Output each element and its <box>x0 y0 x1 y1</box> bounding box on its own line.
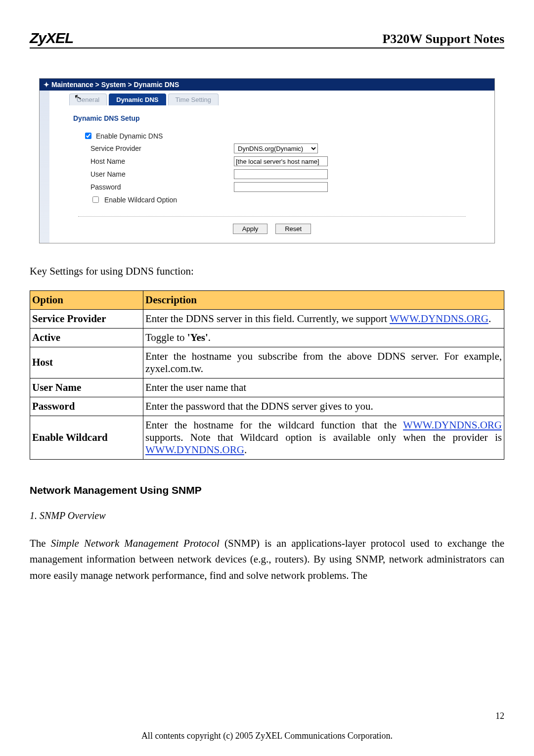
row-password: Password <box>90 182 486 192</box>
options-table: Option Description Service Provider Ente… <box>30 290 504 460</box>
cell-option: Password <box>30 397 143 416</box>
page-header: ZyXEL P320W Support Notes <box>30 30 504 48</box>
row-wildcard: Enable Wildcard Option <box>90 195 486 204</box>
breadcrumb-sep: > <box>95 81 101 89</box>
tab-dynamic-dns[interactable]: Dynamic DNS <box>109 94 166 105</box>
para-italic: Simple Network Management Protocol <box>51 537 220 549</box>
desc-text: supports. Note that Wildcard option is a… <box>145 431 502 443</box>
dyndns-link[interactable]: WWW.DYNDNS.ORG <box>145 444 244 456</box>
table-row: User Name Enter the user name that <box>30 378 504 397</box>
sub-heading: 1. SNMP Overview <box>30 510 504 521</box>
tab-bar: General Dynamic DNS Time Setting <box>69 94 486 105</box>
apply-button[interactable]: Apply <box>233 224 268 234</box>
snmp-paragraph: The Simple Network Management Protocol (… <box>30 535 504 584</box>
password-input[interactable] <box>234 182 328 192</box>
table-header-row: Option Description <box>30 290 504 309</box>
tab-time-setting[interactable]: Time Setting <box>168 94 219 105</box>
page-number: 12 <box>495 711 504 721</box>
router-ui-screenshot: ✦ Maintenance > System > Dynamic DNS ↖ G… <box>39 78 495 243</box>
section-heading: Network Management Using SNMP <box>30 484 504 496</box>
row-enable-ddns: Enable Dynamic DNS <box>83 131 486 141</box>
footer-copyright: All contents copyright (c) 2005 ZyXEL Co… <box>30 731 504 741</box>
dyndns-link[interactable]: WWW.DYNDNS.ORG <box>390 313 489 325</box>
cell-description: Enter the user name that <box>143 378 504 397</box>
desc-text: Enter the DDNS server in this field. Cur… <box>145 313 390 325</box>
intro-text: Key Settings for using DDNS function: <box>30 263 504 280</box>
host-name-label: Host Name <box>90 157 234 165</box>
host-name-input[interactable] <box>234 156 328 166</box>
user-name-input[interactable] <box>234 169 328 179</box>
table-row: Service Provider Enter the DDNS server i… <box>30 309 504 328</box>
cell-description: Enter the DDNS server in this field. Cur… <box>143 309 504 328</box>
enable-ddns-checkbox[interactable] <box>85 133 91 139</box>
desc-text: . <box>208 331 211 343</box>
service-provider-select[interactable]: DynDNS.org(Dynamic) <box>234 143 318 153</box>
password-label: Password <box>90 183 234 191</box>
cell-option: Service Provider <box>30 309 143 328</box>
table-row: Host Enter the hostname you subscribe fr… <box>30 347 504 378</box>
sidebar-strip <box>40 91 49 243</box>
th-option: Option <box>30 290 143 309</box>
service-provider-label: Service Provider <box>90 144 234 152</box>
document-title: P320W Support Notes <box>382 32 504 47</box>
table-row: Enable Wildcard Enter the hostname for t… <box>30 416 504 459</box>
enable-ddns-label: Enable Dynamic DNS <box>96 132 163 140</box>
user-name-label: User Name <box>90 170 234 178</box>
logo: ZyXEL <box>30 30 73 47</box>
cell-description: Toggle to 'Yes'. <box>143 328 504 347</box>
table-row: Active Toggle to 'Yes'. <box>30 328 504 347</box>
desc-text: . <box>244 444 247 456</box>
cell-description: Enter the password that the DDNS server … <box>143 397 504 416</box>
cell-option: Host <box>30 347 143 378</box>
desc-text: . <box>489 313 491 325</box>
table-row: Password Enter the password that the DDN… <box>30 397 504 416</box>
cell-description: Enter the hostname for the wildcard func… <box>143 416 504 459</box>
desc-text: Toggle to <box>145 331 187 343</box>
breadcrumb: ✦ Maintenance > System > Dynamic DNS <box>40 79 494 91</box>
breadcrumb-item: Dynamic DNS <box>134 81 179 89</box>
dyndns-link[interactable]: WWW.DYNDNS.ORG <box>403 419 502 431</box>
breadcrumb-prefix-icon: ✦ <box>44 81 49 89</box>
row-host-name: Host Name <box>90 156 486 166</box>
reset-button[interactable]: Reset <box>275 224 311 234</box>
cell-option: Active <box>30 328 143 347</box>
wildcard-label: Enable Wildcard Option <box>104 196 177 204</box>
desc-bold: 'Yes' <box>187 331 208 343</box>
para-text: The <box>30 537 51 549</box>
cell-description: Enter the hostname you subscribe from th… <box>143 347 504 378</box>
button-row: Apply Reset <box>78 216 466 234</box>
desc-text: Enter the hostname for the wildcard func… <box>145 419 403 431</box>
cell-option: Enable Wildcard <box>30 416 143 459</box>
section-title: Dynamic DNS Setup <box>73 114 486 122</box>
breadcrumb-sep: > <box>128 81 134 89</box>
breadcrumb-item: System <box>101 81 126 89</box>
th-description: Description <box>143 290 504 309</box>
row-user-name: User Name <box>90 169 486 179</box>
wildcard-checkbox[interactable] <box>92 196 99 203</box>
breadcrumb-item: Maintenance <box>51 81 93 89</box>
row-service-provider: Service Provider DynDNS.org(Dynamic) <box>90 143 486 153</box>
cell-option: User Name <box>30 378 143 397</box>
